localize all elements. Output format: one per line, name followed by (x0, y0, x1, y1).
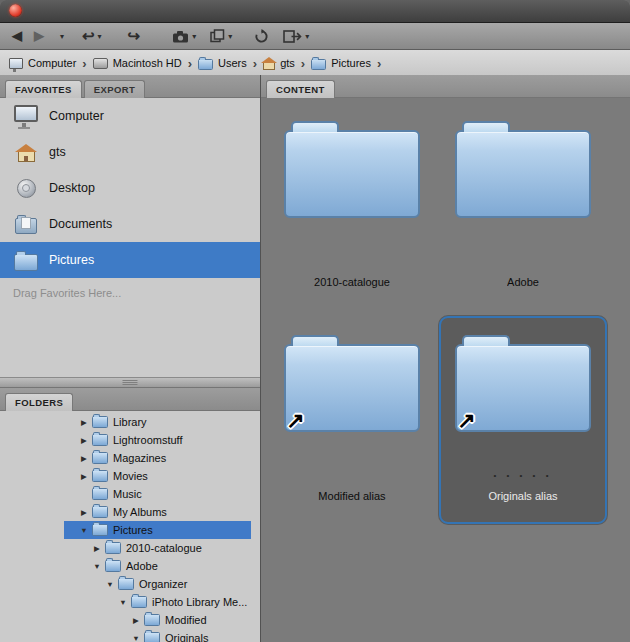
folder-tile-modified-alias[interactable]: ↗ Modified alias (270, 318, 434, 522)
favorite-item-documents[interactable]: Documents (0, 206, 260, 242)
tree-row-iphoto-library[interactable]: ▼ iPhoto Library Me... (0, 593, 260, 611)
tree-row-lightroomstuff[interactable]: ▶ Lightroomstuff (0, 431, 260, 449)
chevron-down-icon: ▾ (60, 32, 64, 41)
tree-row-movies[interactable]: ▶ Movies (0, 467, 260, 485)
tree-label: Adobe (126, 560, 158, 572)
folder-icon (92, 452, 108, 464)
folder-icon (92, 506, 108, 518)
breadcrumb-item-pictures[interactable]: Pictures (311, 57, 371, 70)
folder-icon (311, 59, 326, 70)
favorite-label: Documents (49, 217, 112, 231)
favorite-item-desktop[interactable]: Desktop (0, 170, 260, 206)
tree-label: Music (113, 488, 142, 500)
tree-row-2010-catalogue[interactable]: ▶ 2010-catalogue (0, 539, 260, 557)
output-button[interactable]: ▾ (283, 25, 309, 47)
content-grid: 2010-catalogue Adobe ↗ Modified alias (261, 98, 630, 642)
toolbar: ◀ ▶ ▾ ↩▾ ↪ ▾ ▾ ▾ (0, 23, 630, 50)
boomerang-arrow-icon: ↩ (82, 25, 95, 47)
computer-icon (14, 105, 38, 122)
tree-row-music[interactable]: Music (0, 485, 260, 503)
tree-label: 2010-catalogue (126, 542, 202, 554)
folder-tile-2010-catalogue[interactable]: 2010-catalogue (270, 104, 434, 308)
folder-icon (92, 416, 108, 428)
tree-row-my-albums[interactable]: ▶ My Albums (0, 503, 260, 521)
tree-row-adobe[interactable]: ▼ Adobe (0, 557, 260, 575)
breadcrumb-label: Macintosh HD (113, 57, 182, 69)
disclosure-expanded-icon[interactable]: ▼ (104, 580, 116, 589)
tree-row-originals[interactable]: ▼ Originals (0, 629, 260, 642)
disclosure-expanded-icon[interactable]: ▼ (78, 526, 90, 535)
disclosure-expanded-icon[interactable]: ▼ (117, 598, 129, 607)
bridge-window: ◀ ▶ ▾ ↩▾ ↪ ▾ ▾ ▾ Computer › Macintosh HD (0, 0, 630, 642)
folder-icon (198, 59, 213, 70)
tree-label: iPhoto Library Me... (152, 596, 247, 608)
disclosure-collapsed-icon[interactable]: ▶ (78, 454, 90, 463)
folder-icon (284, 130, 420, 218)
tree-row-modified[interactable]: ▶ Modified (0, 611, 260, 629)
disclosure-collapsed-icon[interactable]: ▶ (130, 616, 142, 625)
folder-tile-label: Modified alias (318, 490, 385, 502)
panel-splitter[interactable] (0, 377, 260, 388)
tree-row-library[interactable]: ▶ Library (0, 413, 260, 431)
disclosure-expanded-icon[interactable]: ▼ (91, 562, 103, 571)
folder-tile-originals-alias[interactable]: ↗ • • • • • Originals alias (439, 316, 607, 524)
favorite-item-gts[interactable]: gts (0, 134, 260, 170)
tree-row-organizer[interactable]: ▼ Organizer (0, 575, 260, 593)
folder-tile-label: 2010-catalogue (314, 276, 390, 288)
folders-tab-strip: FOLDERS (0, 388, 260, 411)
breadcrumb-item-gts[interactable]: gts (263, 57, 295, 70)
disclosure-collapsed-icon[interactable]: ▶ (78, 436, 90, 445)
content-tab-strip: CONTENT (261, 75, 630, 98)
favorite-label: Computer (49, 109, 104, 123)
copy-items-button[interactable]: ▾ (210, 25, 232, 47)
home-icon (263, 62, 275, 70)
folder-tile-label: Originals alias (488, 490, 557, 502)
output-icon (283, 30, 302, 43)
disclosure-collapsed-icon[interactable]: ▶ (78, 508, 90, 517)
favorite-label: gts (49, 145, 66, 159)
tree-row-magazines[interactable]: ▶ Magazines (0, 449, 260, 467)
tab-favorites[interactable]: FAVORITES (5, 80, 82, 98)
camera-import-button[interactable]: ▾ (172, 25, 196, 47)
tab-content[interactable]: CONTENT (266, 80, 335, 98)
breadcrumb-item-users[interactable]: Users (198, 57, 247, 70)
folder-icon (118, 578, 134, 590)
tree-label: Originals (165, 632, 208, 642)
sidebar: FAVORITES EXPORT Computer gts Desktop (0, 75, 261, 642)
tree-label: Magazines (113, 452, 166, 464)
chevron-down-icon: ▾ (192, 32, 196, 41)
folder-icon (105, 560, 121, 572)
forward-button[interactable]: ▶ (34, 25, 44, 47)
breadcrumb: Computer › Macintosh HD › Users › gts › … (0, 50, 630, 77)
disclosure-collapsed-icon[interactable]: ▶ (91, 544, 103, 553)
close-button[interactable] (9, 4, 22, 17)
disclosure-expanded-icon[interactable]: ▼ (130, 634, 142, 642)
disclosure-collapsed-icon[interactable]: ▶ (78, 418, 90, 427)
breadcrumb-item-computer[interactable]: Computer (9, 57, 76, 69)
breadcrumb-item-macintosh-hd[interactable]: Macintosh HD (93, 57, 182, 69)
alias-arrow-icon: ↗ (457, 410, 475, 432)
tree-row-pictures[interactable]: ▼ Pictures (0, 521, 260, 539)
disclosure-collapsed-icon[interactable]: ▶ (78, 472, 90, 481)
folder-tile-adobe[interactable]: Adobe (441, 104, 605, 308)
computer-icon (9, 58, 23, 69)
favorite-label: Pictures (49, 253, 94, 267)
folder-tree: ▶ Library ▶ Lightroomstuff ▶ Magazines ▶ (0, 411, 260, 642)
refresh-button[interactable] (254, 25, 269, 47)
favorites-panel: Computer gts Desktop Documents Pictures (0, 98, 260, 377)
favorite-item-pictures[interactable]: Pictures (0, 242, 260, 278)
tree-label: Pictures (113, 524, 153, 536)
favorite-item-computer[interactable]: Computer (0, 98, 260, 134)
undo-arrow-button[interactable]: ↪ (128, 25, 141, 47)
title-bar[interactable] (0, 0, 630, 23)
chevron-down-icon: ▾ (98, 32, 102, 41)
back-button[interactable]: ◀ (12, 25, 22, 47)
tab-export[interactable]: EXPORT (84, 80, 145, 98)
tree-label: Library (113, 416, 147, 428)
chevron-right-icon: › (188, 56, 192, 71)
tree-label: Movies (113, 470, 148, 482)
tab-folders[interactable]: FOLDERS (5, 393, 73, 411)
documents-icon (15, 218, 37, 234)
go-menu-button[interactable]: ▾ (57, 25, 64, 47)
return-to-photoshop-button[interactable]: ↩▾ (82, 25, 102, 47)
